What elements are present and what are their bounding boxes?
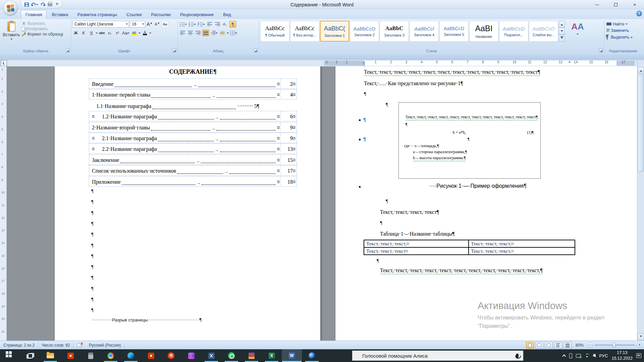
clipboard-dialog-launcher[interactable]: ◢ xyxy=(66,49,70,53)
highlight-dropdown-icon[interactable] xyxy=(139,33,141,35)
toc-row[interactable]: ¤2.2·Название·параграфа→¤13¤ xyxy=(89,143,297,154)
toc-row[interactable]: 1.1·Название·параграфа·········5¶ xyxy=(89,100,259,111)
zoom-level[interactable]: 80% xyxy=(573,343,586,348)
document-area[interactable]: 1123456789101112131415161718192021 СОДЕР… xyxy=(0,66,644,341)
justify-button[interactable] xyxy=(202,29,209,36)
table-cell[interactable]: Текст,·текст,·текст,¤ xyxy=(469,247,575,255)
grow-font-button[interactable]: А▲ xyxy=(146,21,153,27)
copy-button[interactable]: Копировать xyxy=(21,26,64,32)
taskbar-search[interactable]: Голосовой помощник Алиса xyxy=(352,351,523,361)
line-spacing-button[interactable]: ↕ xyxy=(210,29,218,36)
align-right-button[interactable] xyxy=(195,29,201,36)
status-language[interactable]: Русский (Россия) xyxy=(86,343,124,348)
toc-row[interactable]: 1·Название·первой·главы→¤4¤ xyxy=(89,89,297,100)
notification-center-icon[interactable] xyxy=(636,353,641,358)
tab-вид[interactable]: Вид xyxy=(219,10,235,19)
style-заголовок-3[interactable]: AaBbCЗаголовок 3 xyxy=(380,21,409,42)
highlight-button[interactable]: ab xyxy=(131,29,138,36)
decrease-indent-button[interactable] xyxy=(206,21,213,27)
taskbar-app-word[interactable]: W xyxy=(282,349,302,362)
font-size-combo[interactable]: 16 xyxy=(130,21,145,27)
paste-button[interactable]: Вставить xyxy=(2,21,21,41)
scroll-down-button[interactable] xyxy=(638,334,644,340)
align-left-button[interactable] xyxy=(179,29,186,36)
find-button[interactable]: Найти xyxy=(606,21,641,27)
minimize-button[interactable] xyxy=(588,0,606,9)
align-center-button[interactable] xyxy=(187,29,194,36)
style-слабое-вы-[interactable]: AaBbCcDСлабое вы... xyxy=(529,21,558,42)
bold-button[interactable]: Ж xyxy=(72,29,79,36)
taskbar-app-snipping-tool[interactable] xyxy=(201,349,221,362)
style-подзагол-[interactable]: AaBbCcDПодзагол... xyxy=(499,21,528,42)
bullets-button[interactable] xyxy=(179,21,187,27)
taskbar-app-whatsapp[interactable] xyxy=(221,349,241,362)
tab-вставка[interactable]: Вставка xyxy=(47,10,72,19)
subscript-button[interactable]: x₂ xyxy=(106,29,113,36)
phone-icon[interactable] xyxy=(569,353,572,358)
numbering-button[interactable]: 123 xyxy=(188,21,196,27)
increase-indent-button[interactable] xyxy=(214,21,221,27)
toc-row[interactable]: ¤1.2·Название·параграфа→¤6¤ xyxy=(89,111,297,121)
toc-row[interactable]: ¤2.1·Название·параграфа→¤9¤ xyxy=(89,133,297,143)
taskbar-app-yandex-browser[interactable]: Я xyxy=(161,349,181,362)
zoom-track[interactable] xyxy=(595,345,635,346)
italic-button[interactable]: К xyxy=(80,29,87,36)
sort-button[interactable]: А↓ xyxy=(222,21,228,27)
font-dialog-launcher[interactable]: ◢ xyxy=(172,49,176,53)
style-название[interactable]: AaBIНазвание xyxy=(469,21,498,42)
scrollbar-thumb[interactable] xyxy=(638,74,644,172)
zoom-slider[interactable]: − + xyxy=(588,343,642,348)
taskbar-app-start[interactable] xyxy=(0,349,20,362)
bullet-list-item[interactable]: ¶ xyxy=(359,136,366,142)
taskbar-app-office-alt[interactable] xyxy=(141,349,161,362)
document-table[interactable]: Текст,·текст,·текст,¤Текст,·текст,·текст… xyxy=(364,240,575,255)
table-cell[interactable]: Текст,·текст,·текст,¤ xyxy=(364,240,469,247)
toc-row[interactable]: Введение→¤2¤ xyxy=(89,78,297,89)
style-заголовок-4[interactable]: AaBbCclЗаголовок 4 xyxy=(410,21,439,42)
zoom-out-button[interactable]: − xyxy=(588,343,593,348)
view-fullscreen-reading-button[interactable] xyxy=(535,342,543,349)
tab-рецензирование[interactable]: Рецензирование xyxy=(176,10,218,19)
taskbar-app-yandex-alice[interactable] xyxy=(302,349,322,362)
gallery-scroll-down-button[interactable] xyxy=(559,28,565,35)
table-caption[interactable]: Таблица·1·–·Название·таблицы¶ xyxy=(380,231,455,237)
replace-button[interactable]: abacЗаменить xyxy=(606,27,641,34)
view-print-layout-button[interactable] xyxy=(526,342,534,349)
taskbar-app-office[interactable] xyxy=(60,349,80,362)
left-indent-marker[interactable] xyxy=(363,64,365,66)
cut-button[interactable]: Вырезать xyxy=(21,21,64,26)
tab-главная[interactable]: Главная xyxy=(21,10,47,19)
styles-dialog-launcher[interactable]: ◢ xyxy=(599,49,603,53)
taskbar-app-file-explorer[interactable] xyxy=(40,349,60,362)
body-paragraph[interactable]: Текст,·текст,·текст,·текст,·текст,·текст… xyxy=(380,267,571,274)
vertical-ruler[interactable]: 1123456789101112131415161718192021 xyxy=(0,66,7,341)
gallery-scroll-up-button[interactable] xyxy=(559,21,565,27)
font-color-dropdown-icon[interactable] xyxy=(149,33,151,35)
tab-рассылки[interactable]: Рассылки xyxy=(147,10,175,19)
shading-dropdown-icon[interactable] xyxy=(227,33,229,35)
status-page-indicator[interactable]: Страница: 2 из 2 xyxy=(0,343,38,348)
style-заголовок-1[interactable]: AaBbC(Заголовок 1 xyxy=(320,21,349,42)
taskbar-app-calculator[interactable] xyxy=(80,349,101,362)
body-paragraph[interactable]: Текст,·текст,·текст,·текст¶ xyxy=(380,209,439,215)
paragraph-dialog-launcher[interactable]: ◢ xyxy=(254,49,258,53)
wifi-icon[interactable] xyxy=(585,354,589,358)
bullet-list-item[interactable]: ¶ xyxy=(359,117,366,122)
style--обычный[interactable]: AaBbCc¶ Обычный xyxy=(260,21,289,42)
tray-expand-chevron-icon[interactable] xyxy=(562,354,566,358)
toc-row[interactable]: Список·использованных·источников→¤17¤ xyxy=(89,165,297,176)
taskbar-app-excel[interactable]: X xyxy=(262,349,282,362)
taskbar-app-purple-app[interactable] xyxy=(181,349,201,362)
view-web-layout-button[interactable] xyxy=(545,342,553,349)
font-color-button[interactable]: А xyxy=(142,29,148,36)
display-icon[interactable] xyxy=(576,354,581,358)
toc-row[interactable]: 2·Название·второй·главы→¤9¤ xyxy=(89,122,297,132)
scroll-up-button[interactable] xyxy=(638,67,644,73)
microphone-icon[interactable] xyxy=(516,354,519,358)
figure-frame[interactable]: Текст,·текст,·текст,·текст,·текст,·текст… xyxy=(398,102,541,179)
table-cell[interactable]: Текст,·текст,·текст¤ xyxy=(364,247,469,255)
underline-dropdown-icon[interactable] xyxy=(96,33,98,35)
volume-muted-icon[interactable]: ✕ xyxy=(593,354,596,357)
format-painter-button[interactable]: Формат по образцу xyxy=(21,32,64,37)
superscript-button[interactable]: x² xyxy=(114,29,121,36)
